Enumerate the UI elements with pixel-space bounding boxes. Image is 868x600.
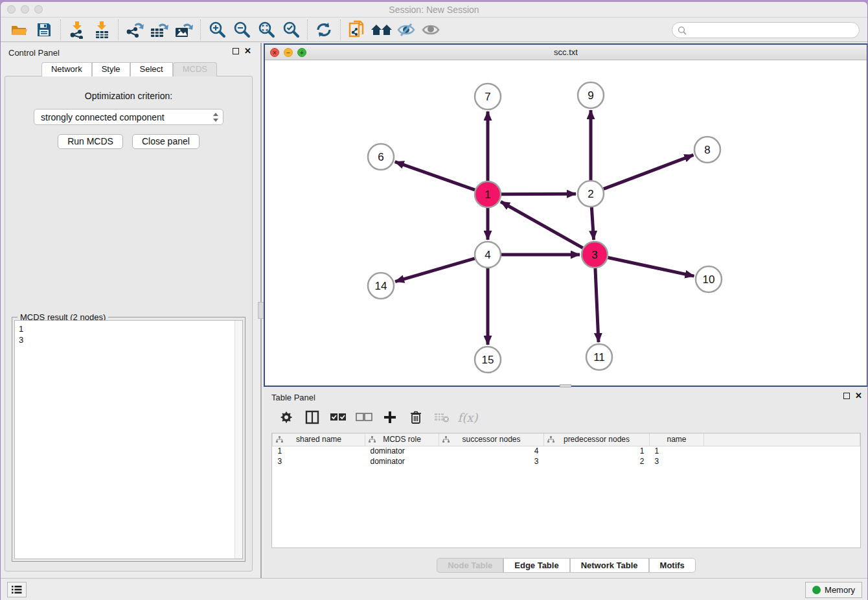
table-panel-close-icon[interactable]: ✕ xyxy=(855,393,862,399)
table-row[interactable]: 1dominator411 xyxy=(273,446,860,456)
column-header-name[interactable]: name xyxy=(650,433,704,446)
close-panel-button[interactable]: Close panel xyxy=(132,134,200,149)
clone-network-icon xyxy=(348,20,366,40)
table-row[interactable]: 3dominator323 xyxy=(273,456,860,467)
edge-2-8[interactable] xyxy=(604,155,694,189)
import-table-button[interactable] xyxy=(89,19,114,40)
table-panel-float-icon[interactable] xyxy=(843,393,850,399)
column-header-successor-nodes[interactable]: successor nodes xyxy=(439,433,544,446)
network-window-titlebar[interactable]: × − + scc.txt xyxy=(265,45,867,60)
export-image-button[interactable] xyxy=(172,19,196,40)
toolbar-separator xyxy=(118,19,119,40)
export-network-button[interactable] xyxy=(122,19,147,40)
tab-edge-table[interactable]: Edge Table xyxy=(503,558,569,573)
edge-1-2[interactable] xyxy=(501,194,576,194)
node-label-8: 8 xyxy=(704,144,710,156)
tab-node-table[interactable]: Node Table xyxy=(437,558,503,573)
node-label-10: 10 xyxy=(703,273,715,286)
toolbar-separator xyxy=(200,19,201,40)
clone-network-button[interactable] xyxy=(345,19,369,40)
gear-button[interactable] xyxy=(277,408,296,427)
node-label-14: 14 xyxy=(375,280,387,292)
memory-label: Memory xyxy=(825,585,855,595)
export-image-icon xyxy=(174,21,194,39)
save-button[interactable] xyxy=(32,19,56,40)
cell-name[interactable]: 3 xyxy=(650,456,704,467)
mcds-result-group: MCDS result (2 nodes) 13 xyxy=(12,317,246,562)
memory-button[interactable]: Memory xyxy=(805,582,862,598)
import-network-button[interactable] xyxy=(65,19,89,40)
home-button[interactable] xyxy=(369,19,394,40)
plus-icon xyxy=(383,411,396,424)
tab-network-table[interactable]: Network Table xyxy=(570,558,649,573)
eye-slash-icon xyxy=(396,22,416,38)
show-selected-button[interactable] xyxy=(418,19,443,40)
zoom-in-button[interactable] xyxy=(205,19,229,40)
cell-successor-nodes[interactable]: 3 xyxy=(439,456,544,467)
table-toolbar: f(x) xyxy=(270,404,862,430)
zoom-out-button[interactable] xyxy=(229,19,254,40)
hide-selected-button[interactable] xyxy=(394,19,418,40)
selected-option: strongly connected component xyxy=(41,112,212,122)
toolbar-separator xyxy=(340,19,341,40)
result-scrollbar[interactable] xyxy=(234,321,242,559)
window-title: Session: New Session xyxy=(1,5,867,15)
edge-3-11[interactable] xyxy=(595,268,599,342)
eye-icon xyxy=(421,22,440,38)
cell-name[interactable]: 1 xyxy=(650,446,704,456)
tab-mcds[interactable]: MCDS xyxy=(173,62,217,76)
edge-3-1[interactable] xyxy=(501,202,583,248)
delete-table-icon xyxy=(434,411,450,423)
delete-table-button-disabled[interactable] xyxy=(432,408,451,427)
search-box[interactable] xyxy=(672,22,860,38)
delete-column-button[interactable] xyxy=(406,408,426,427)
network-graph[interactable]: 7968124314101511 xyxy=(265,60,867,386)
table-panel-title: Table Panel xyxy=(271,393,315,402)
status-bar: Memory xyxy=(1,578,867,600)
mcds-result-list[interactable]: 13 xyxy=(14,320,243,559)
cell-MCDS-role[interactable]: dominator xyxy=(365,456,439,467)
cell-predecessor-nodes[interactable]: 1 xyxy=(544,446,650,456)
edge-2-3[interactable] xyxy=(591,207,593,240)
cell-successor-nodes[interactable]: 4 xyxy=(439,446,544,456)
tab-style[interactable]: Style xyxy=(92,62,130,76)
deselect-all-columns-button[interactable] xyxy=(354,408,374,427)
add-column-button[interactable] xyxy=(380,408,400,427)
refresh-icon xyxy=(315,21,333,39)
cell-MCDS-role[interactable]: dominator xyxy=(365,446,439,456)
edge-4-14[interactable] xyxy=(395,259,475,282)
export-table-button[interactable] xyxy=(147,19,172,40)
task-history-button[interactable] xyxy=(7,582,27,597)
tab-select[interactable]: Select xyxy=(130,62,173,76)
cell-shared-name[interactable]: 1 xyxy=(273,446,365,456)
refresh-button[interactable] xyxy=(312,19,336,40)
edge-3-10[interactable] xyxy=(608,257,694,276)
zoom-selected-button[interactable] xyxy=(279,19,303,40)
control-panel-close-icon[interactable]: ✕ xyxy=(244,48,251,54)
function-builder-button-disabled[interactable]: f(x) xyxy=(458,408,477,427)
tab-motifs[interactable]: Motifs xyxy=(649,558,696,573)
import-table-icon xyxy=(93,21,110,39)
optimization-criterion-select[interactable]: strongly connected component xyxy=(34,109,223,125)
run-mcds-button[interactable]: Run MCDS xyxy=(58,134,123,149)
control-panel-float-icon[interactable] xyxy=(233,48,239,54)
gear-icon xyxy=(279,410,293,424)
column-layout-button[interactable] xyxy=(303,408,322,427)
cell-shared-name[interactable]: 3 xyxy=(273,456,365,467)
cell-predecessor-nodes[interactable]: 2 xyxy=(544,456,650,467)
zoom-fit-button[interactable] xyxy=(254,19,279,40)
open-button[interactable] xyxy=(7,19,32,40)
edge-1-6[interactable] xyxy=(395,162,475,190)
node-table[interactable]: shared nameMCDS rolesuccessor nodesprede… xyxy=(271,433,861,548)
node-label-7: 7 xyxy=(485,91,490,103)
tab-network[interactable]: Network xyxy=(41,62,92,76)
network-canvas[interactable]: 7968124314101511 xyxy=(265,60,867,386)
home-icon xyxy=(371,22,393,38)
search-input[interactable] xyxy=(689,25,859,35)
column-header-MCDS-role[interactable]: MCDS role xyxy=(365,433,439,446)
memory-status-icon xyxy=(812,586,821,594)
unchecked-boxes-icon xyxy=(356,413,372,422)
column-header-predecessor-nodes[interactable]: predecessor nodes xyxy=(544,433,650,446)
column-header-shared-name[interactable]: shared name xyxy=(273,433,365,446)
select-all-columns-button[interactable] xyxy=(328,408,348,427)
